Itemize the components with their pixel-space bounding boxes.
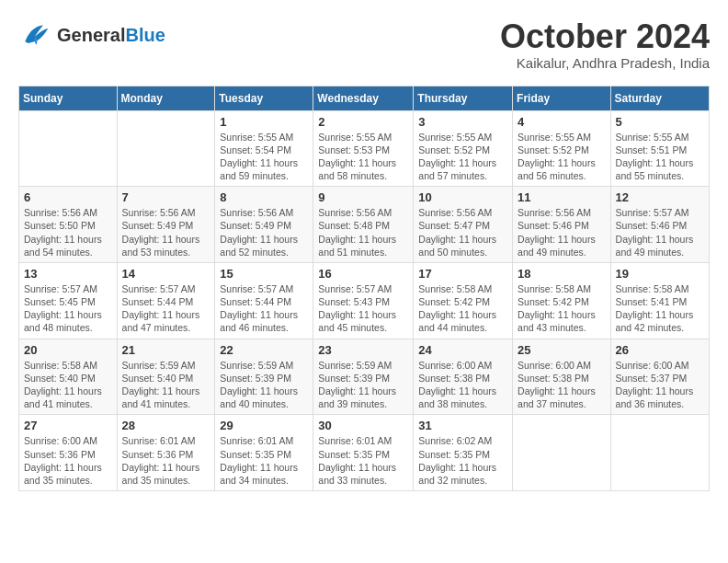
day-number: 8 xyxy=(220,190,308,204)
day-number: 29 xyxy=(220,419,308,432)
calendar-cell: 13Sunrise: 5:57 AM Sunset: 5:45 PM Dayli… xyxy=(19,262,118,339)
week-row-4: 20Sunrise: 5:58 AM Sunset: 5:40 PM Dayli… xyxy=(19,339,710,415)
day-info: Sunrise: 5:55 AM Sunset: 5:52 PM Dayligh… xyxy=(418,131,507,183)
day-info: Sunrise: 5:57 AM Sunset: 5:43 PM Dayligh… xyxy=(318,282,408,335)
calendar-cell: 28Sunrise: 6:01 AM Sunset: 5:36 PM Dayli… xyxy=(117,415,215,491)
weekday-header-friday: Friday xyxy=(513,86,611,110)
day-info: Sunrise: 5:56 AM Sunset: 5:48 PM Dayligh… xyxy=(318,206,408,259)
day-number: 18 xyxy=(518,267,606,281)
calendar-cell: 12Sunrise: 5:57 AM Sunset: 5:46 PM Dayli… xyxy=(610,187,709,263)
calendar-cell: 19Sunrise: 5:58 AM Sunset: 5:41 PM Dayli… xyxy=(610,262,709,339)
calendar-cell xyxy=(610,415,709,491)
calendar-cell: 25Sunrise: 6:00 AM Sunset: 5:38 PM Dayli… xyxy=(513,339,611,415)
day-number: 7 xyxy=(122,190,210,204)
logo-bird-icon xyxy=(18,18,51,52)
calendar-cell xyxy=(19,110,118,187)
day-number: 27 xyxy=(24,419,112,432)
title-block: October 2024 Kaikalur, Andhra Pradesh, I… xyxy=(500,18,710,71)
weekday-header-saturday: Saturday xyxy=(610,86,709,110)
calendar-cell: 7Sunrise: 5:56 AM Sunset: 5:49 PM Daylig… xyxy=(117,187,215,263)
weekday-header-tuesday: Tuesday xyxy=(215,86,313,110)
calendar-cell: 24Sunrise: 6:00 AM Sunset: 5:38 PM Dayli… xyxy=(414,339,513,415)
calendar-cell: 11Sunrise: 5:56 AM Sunset: 5:46 PM Dayli… xyxy=(513,187,611,263)
day-info: Sunrise: 5:59 AM Sunset: 5:39 PM Dayligh… xyxy=(220,359,308,411)
calendar-cell: 20Sunrise: 5:58 AM Sunset: 5:40 PM Dayli… xyxy=(19,339,118,415)
day-info: Sunrise: 5:58 AM Sunset: 5:41 PM Dayligh… xyxy=(616,282,704,335)
calendar-cell: 15Sunrise: 5:57 AM Sunset: 5:44 PM Dayli… xyxy=(215,262,313,339)
day-number: 6 xyxy=(24,190,112,204)
calendar-cell: 21Sunrise: 5:59 AM Sunset: 5:40 PM Dayli… xyxy=(117,339,215,415)
day-number: 20 xyxy=(24,343,112,357)
day-info: Sunrise: 5:58 AM Sunset: 5:40 PM Dayligh… xyxy=(24,359,112,411)
day-info: Sunrise: 6:00 AM Sunset: 5:38 PM Dayligh… xyxy=(418,359,507,411)
location: Kaikalur, Andhra Pradesh, India xyxy=(500,55,710,71)
day-info: Sunrise: 5:55 AM Sunset: 5:52 PM Dayligh… xyxy=(518,131,606,183)
calendar-cell: 4Sunrise: 5:55 AM Sunset: 5:52 PM Daylig… xyxy=(513,110,611,187)
day-info: Sunrise: 6:01 AM Sunset: 5:35 PM Dayligh… xyxy=(220,434,308,487)
calendar-cell: 8Sunrise: 5:56 AM Sunset: 5:49 PM Daylig… xyxy=(215,187,313,263)
weekday-header-wednesday: Wednesday xyxy=(313,86,414,110)
day-number: 30 xyxy=(318,419,408,432)
week-row-1: 1Sunrise: 5:55 AM Sunset: 5:54 PM Daylig… xyxy=(19,110,710,187)
day-number: 10 xyxy=(418,190,507,204)
logo-blue: Blue xyxy=(125,25,165,45)
day-info: Sunrise: 6:02 AM Sunset: 5:35 PM Dayligh… xyxy=(418,434,507,487)
day-number: 11 xyxy=(518,190,606,204)
calendar-cell: 16Sunrise: 5:57 AM Sunset: 5:43 PM Dayli… xyxy=(313,262,414,339)
weekday-header-monday: Monday xyxy=(117,86,215,110)
day-number: 24 xyxy=(418,343,507,357)
week-row-5: 27Sunrise: 6:00 AM Sunset: 5:36 PM Dayli… xyxy=(19,415,710,491)
day-info: Sunrise: 6:00 AM Sunset: 5:38 PM Dayligh… xyxy=(518,359,606,411)
day-number: 16 xyxy=(318,267,408,281)
calendar-cell: 3Sunrise: 5:55 AM Sunset: 5:52 PM Daylig… xyxy=(414,110,513,187)
day-info: Sunrise: 5:55 AM Sunset: 5:54 PM Dayligh… xyxy=(220,131,308,183)
day-number: 17 xyxy=(418,267,507,281)
day-number: 12 xyxy=(616,190,704,204)
day-info: Sunrise: 5:55 AM Sunset: 5:53 PM Dayligh… xyxy=(318,131,408,183)
day-info: Sunrise: 5:55 AM Sunset: 5:51 PM Dayligh… xyxy=(616,131,704,183)
day-info: Sunrise: 6:00 AM Sunset: 5:37 PM Dayligh… xyxy=(616,359,704,411)
calendar-cell: 5Sunrise: 5:55 AM Sunset: 5:51 PM Daylig… xyxy=(610,110,709,187)
day-number: 1 xyxy=(220,115,308,129)
day-number: 9 xyxy=(318,190,408,204)
day-number: 2 xyxy=(318,115,408,129)
calendar-cell: 14Sunrise: 5:57 AM Sunset: 5:44 PM Dayli… xyxy=(117,262,215,339)
calendar-cell xyxy=(513,415,611,491)
day-info: Sunrise: 5:57 AM Sunset: 5:44 PM Dayligh… xyxy=(220,282,308,335)
calendar-cell: 27Sunrise: 6:00 AM Sunset: 5:36 PM Dayli… xyxy=(19,415,118,491)
day-info: Sunrise: 5:57 AM Sunset: 5:45 PM Dayligh… xyxy=(24,282,112,335)
calendar-cell: 10Sunrise: 5:56 AM Sunset: 5:47 PM Dayli… xyxy=(414,187,513,263)
day-info: Sunrise: 5:58 AM Sunset: 5:42 PM Dayligh… xyxy=(418,282,507,335)
day-number: 14 xyxy=(122,267,210,281)
calendar-table: SundayMondayTuesdayWednesdayThursdayFrid… xyxy=(18,86,710,491)
calendar-cell: 2Sunrise: 5:55 AM Sunset: 5:53 PM Daylig… xyxy=(313,110,414,187)
calendar-cell: 23Sunrise: 5:59 AM Sunset: 5:39 PM Dayli… xyxy=(313,339,414,415)
calendar-cell: 30Sunrise: 6:01 AM Sunset: 5:35 PM Dayli… xyxy=(313,415,414,491)
day-number: 5 xyxy=(616,115,704,129)
calendar-cell: 1Sunrise: 5:55 AM Sunset: 5:54 PM Daylig… xyxy=(215,110,313,187)
month-title: October 2024 xyxy=(500,18,710,55)
calendar-cell: 26Sunrise: 6:00 AM Sunset: 5:37 PM Dayli… xyxy=(610,339,709,415)
day-number: 25 xyxy=(518,343,606,357)
page-header: GeneralBlue October 2024 Kaikalur, Andhr… xyxy=(18,18,710,71)
calendar-cell: 31Sunrise: 6:02 AM Sunset: 5:35 PM Dayli… xyxy=(414,415,513,491)
weekday-header-thursday: Thursday xyxy=(414,86,513,110)
calendar-cell xyxy=(117,110,215,187)
day-info: Sunrise: 5:59 AM Sunset: 5:39 PM Dayligh… xyxy=(318,359,408,411)
day-number: 19 xyxy=(616,267,704,281)
calendar-cell: 6Sunrise: 5:56 AM Sunset: 5:50 PM Daylig… xyxy=(19,187,118,263)
day-number: 3 xyxy=(418,115,507,129)
week-row-2: 6Sunrise: 5:56 AM Sunset: 5:50 PM Daylig… xyxy=(19,187,710,263)
day-info: Sunrise: 5:56 AM Sunset: 5:49 PM Dayligh… xyxy=(220,206,308,259)
day-number: 23 xyxy=(318,343,408,357)
day-number: 13 xyxy=(24,267,112,281)
week-row-3: 13Sunrise: 5:57 AM Sunset: 5:45 PM Dayli… xyxy=(19,262,710,339)
day-number: 31 xyxy=(418,419,507,432)
day-info: Sunrise: 5:57 AM Sunset: 5:46 PM Dayligh… xyxy=(616,206,704,259)
day-info: Sunrise: 5:59 AM Sunset: 5:40 PM Dayligh… xyxy=(122,359,210,411)
day-number: 28 xyxy=(122,419,210,432)
day-number: 22 xyxy=(220,343,308,357)
logo-general: General xyxy=(57,25,125,45)
day-info: Sunrise: 5:57 AM Sunset: 5:44 PM Dayligh… xyxy=(122,282,210,335)
day-info: Sunrise: 5:56 AM Sunset: 5:47 PM Dayligh… xyxy=(418,206,507,259)
